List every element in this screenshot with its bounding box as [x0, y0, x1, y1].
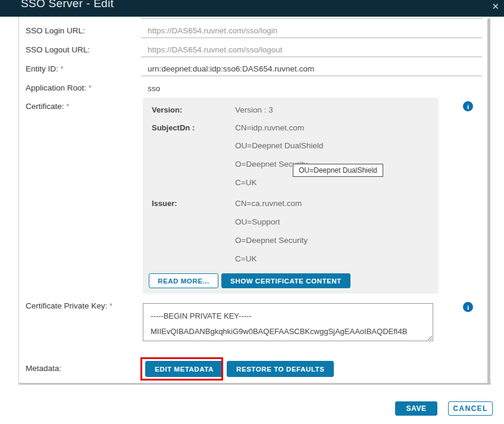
cert-issuer-o: O=Deepnet Security	[235, 236, 308, 245]
ou-tooltip: OU=Deepnet DualShield	[293, 164, 383, 177]
certificate-label: Certificate:*	[26, 102, 69, 111]
show-certificate-content-button[interactable]: SHOW CERTIFICATE CONTENT	[221, 273, 350, 288]
entity-id-input[interactable]: urn:deepnet:dual:idp:sso6:DAS654.ruvnet.…	[148, 64, 314, 73]
sso-logout-url-underline	[141, 57, 482, 57]
restore-to-defaults-button[interactable]: RESTORE TO DEFAULTS	[227, 361, 334, 377]
cert-issuer-key: Issuer:	[152, 199, 177, 208]
application-root-input[interactable]: sso	[148, 84, 160, 93]
sso-login-url-underline	[141, 38, 482, 38]
cert-version-value: Version : 3	[235, 105, 273, 114]
sso-logout-url-label: SSO Logout URL:	[26, 45, 90, 54]
cert-issuer-c: C=UK	[235, 254, 256, 263]
cert-issuer-cn: CN=ca.ruvnet.com	[235, 199, 302, 208]
sso-login-url-label: SSO Login URL:	[26, 26, 85, 35]
cert-subjectdn-key: SubjectDn :	[152, 123, 195, 132]
sso-login-url-input[interactable]: https://DAS654.ruvnet.com/sso/login	[148, 26, 277, 35]
sso-logout-url-input[interactable]: https://DAS654.ruvnet.com/sso/logout	[148, 45, 283, 54]
entity-id-underline	[141, 76, 482, 76]
cert-subject-cn: CN=idp.ruvnet.com	[235, 123, 304, 132]
entity-id-label: Entity ID:*	[26, 64, 63, 73]
cancel-button[interactable]: CANCEL	[448, 401, 493, 416]
red-highlight-box	[140, 357, 223, 381]
close-icon[interactable]: ✕	[492, 0, 499, 13]
read-more-button[interactable]: READ MORE...	[149, 273, 218, 288]
application-root-label: Application Root:*	[26, 83, 92, 92]
save-button[interactable]: SAVE	[395, 401, 437, 416]
dialog-title: SSO Server - Edit	[21, 0, 114, 10]
cert-subject-c: C=UK	[235, 178, 256, 187]
cert-issuer-ou: OU=Support	[235, 217, 280, 226]
metadata-label: Metadata:	[26, 364, 61, 373]
cert-version-key: Version:	[152, 105, 182, 114]
cutoff-field-underline	[141, 18, 482, 18]
certificate-info-icon[interactable]: i	[463, 101, 473, 111]
certificate-private-key-textarea[interactable]: -----BEGIN PRIVATE KEY----- MIIEvQIBADAN…	[143, 303, 433, 341]
dialog-header: SSO Server - Edit ✕	[0, 0, 504, 17]
private-key-info-icon[interactable]: i	[463, 302, 473, 312]
certificate-private-key-label: Certificate Private Key:*	[26, 301, 112, 310]
vertical-scrollbar[interactable]	[487, 18, 490, 384]
sso-server-edit-dialog: SSO Server - Edit ✕ SSO Login URL: https…	[0, 0, 504, 424]
cert-subject-ou: OU=Deepnet DualShield	[235, 141, 323, 150]
